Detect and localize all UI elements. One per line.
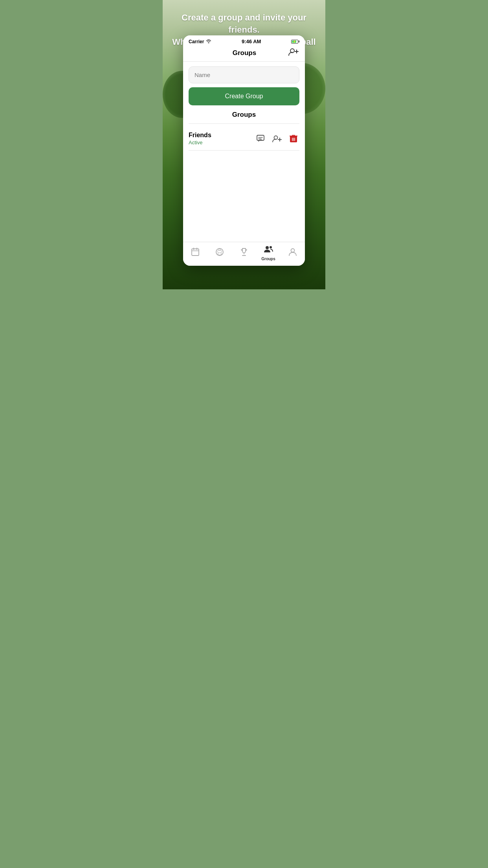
- svg-rect-1: [257, 135, 264, 140]
- svg-point-14: [216, 248, 223, 256]
- promo-line1: Create a group and invite your friends.: [171, 12, 317, 36]
- create-group-button[interactable]: Create Group: [189, 87, 299, 105]
- delete-group-button[interactable]: [288, 133, 299, 145]
- tab-trophy[interactable]: [232, 248, 256, 259]
- battery-icon: ⚡: [291, 40, 299, 44]
- svg-point-19: [291, 249, 295, 252]
- svg-point-18: [270, 246, 272, 248]
- nav-title: Groups: [200, 49, 288, 57]
- wifi-icon: [206, 39, 211, 44]
- group-info: Friends Active: [189, 132, 211, 145]
- group-status: Active: [189, 140, 211, 145]
- group-actions: [255, 133, 299, 145]
- tab-groups-label: Groups: [261, 257, 275, 261]
- calendar-icon: [191, 248, 200, 259]
- tab-bar: Groups: [183, 242, 305, 266]
- status-time: 9:46 AM: [242, 39, 261, 44]
- tab-profile[interactable]: [281, 248, 305, 259]
- group-name-input[interactable]: [189, 66, 299, 83]
- svg-rect-10: [192, 249, 199, 256]
- svg-point-17: [266, 246, 269, 249]
- tab-groups[interactable]: Groups: [256, 245, 281, 261]
- carrier-label: Carrier: [189, 39, 204, 44]
- add-member-button[interactable]: [271, 133, 283, 145]
- status-right: ⚡: [291, 40, 299, 44]
- nav-bar: Groups: [183, 46, 305, 62]
- group-name: Friends: [189, 132, 211, 139]
- add-group-button[interactable]: [288, 48, 299, 58]
- tab-ball[interactable]: [207, 248, 232, 259]
- chat-button[interactable]: [255, 133, 266, 145]
- phone-frame: Carrier 9:46 AM ⚡ Groups: [183, 35, 305, 266]
- trophy-icon: [240, 248, 248, 259]
- empty-content-area: [183, 155, 305, 242]
- groups-section-title: Groups: [189, 111, 299, 124]
- status-bar: Carrier 9:46 AM ⚡: [183, 35, 305, 46]
- tab-calendar[interactable]: [183, 248, 207, 259]
- status-left: Carrier: [189, 39, 211, 44]
- ball-icon: [215, 248, 224, 259]
- content-area: Create Group Groups Friends Active: [183, 62, 305, 155]
- profile-icon: [289, 248, 297, 259]
- groups-icon: [264, 245, 273, 256]
- group-list-item: Friends Active: [189, 129, 299, 151]
